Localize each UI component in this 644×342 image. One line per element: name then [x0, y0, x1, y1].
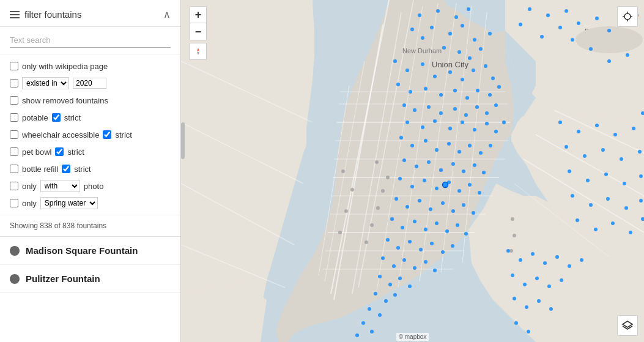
- svg-point-224: [375, 160, 379, 164]
- svg-point-121: [402, 158, 406, 162]
- svg-point-166: [378, 275, 382, 278]
- wheelchair-strict-checkbox[interactable]: [103, 130, 111, 139]
- svg-point-81: [461, 78, 464, 81]
- search-section: [0, 27, 180, 54]
- svg-point-209: [511, 273, 514, 277]
- springwater-select[interactable]: Spring water Tap water All: [40, 197, 98, 209]
- map-scrollbar[interactable]: [181, 122, 185, 159]
- photo-checkbox[interactable]: [10, 182, 18, 190]
- bottlerefill-checkbox[interactable]: [10, 165, 18, 173]
- svg-point-106: [448, 127, 452, 130]
- filter-title: filter fountains: [24, 9, 81, 20]
- wheelchair-strict-label: strict: [115, 130, 131, 139]
- svg-point-84: [491, 76, 495, 80]
- svg-point-163: [413, 266, 416, 270]
- petbowl-strict-checkbox[interactable]: [55, 147, 64, 156]
- fountain-dot: [10, 246, 20, 256]
- svg-point-212: [547, 284, 551, 288]
- show-removed-checkbox[interactable]: [10, 96, 18, 105]
- svg-point-136: [478, 191, 481, 195]
- layers-button[interactable]: [617, 315, 638, 336]
- map-container[interactable]: Union City New Durham Rikers Island: [181, 0, 644, 342]
- svg-point-205: [543, 261, 547, 265]
- photo-select[interactable]: with without: [40, 180, 80, 192]
- svg-point-148: [424, 228, 427, 231]
- petbowl-label: pet bowl: [22, 147, 51, 157]
- filters-section: only with wikipedia page existed in acti…: [0, 54, 180, 215]
- svg-point-226: [381, 189, 385, 193]
- bottlerefill-filter-row: bottle refill strict: [10, 162, 171, 176]
- wheelchair-checkbox[interactable]: [10, 130, 18, 139]
- svg-point-160: [381, 256, 385, 260]
- svg-point-89: [453, 89, 457, 92]
- svg-point-179: [577, 130, 580, 133]
- locate-button[interactable]: [617, 6, 638, 27]
- svg-point-111: [502, 121, 506, 124]
- svg-point-221: [350, 188, 354, 191]
- collapse-button[interactable]: ∧: [163, 9, 171, 20]
- existed-select[interactable]: existed in active in: [22, 77, 69, 89]
- svg-point-90: [465, 96, 469, 100]
- zoom-control: + −: [190, 6, 207, 60]
- petbowl-checkbox[interactable]: [10, 147, 18, 156]
- svg-point-172: [393, 293, 397, 297]
- svg-point-101: [485, 111, 489, 115]
- zoom-out-button[interactable]: −: [190, 23, 207, 40]
- existed-year-input[interactable]: [73, 78, 106, 89]
- svg-point-132: [435, 187, 439, 190]
- bottlerefill-strict-checkbox[interactable]: [62, 165, 70, 173]
- potable-filter-row: potable strict: [10, 111, 171, 124]
- svg-point-147: [413, 220, 416, 223]
- svg-point-91: [476, 89, 479, 92]
- filter-header: filter fountains ∧: [0, 0, 180, 27]
- svg-point-70: [519, 23, 522, 26]
- svg-point-47: [436, 9, 440, 13]
- svg-point-208: [580, 258, 583, 262]
- svg-text:New Durham: New Durham: [402, 47, 442, 54]
- svg-text:Union City: Union City: [432, 60, 468, 69]
- svg-point-220: [341, 169, 345, 173]
- svg-point-169: [408, 284, 412, 288]
- existed-checkbox[interactable]: [10, 79, 18, 87]
- svg-point-118: [468, 144, 472, 147]
- svg-point-63: [564, 9, 568, 13]
- svg-point-51: [448, 32, 452, 35]
- potable-checkbox[interactable]: [10, 113, 18, 122]
- potable-strict-label: strict: [64, 113, 81, 122]
- svg-point-64: [558, 26, 562, 29]
- svg-point-114: [424, 139, 427, 143]
- svg-point-117: [457, 150, 461, 154]
- search-input[interactable]: [10, 33, 171, 48]
- filter-title-group: filter fountains: [10, 9, 81, 20]
- svg-marker-238: [197, 48, 199, 51]
- svg-point-237: [443, 182, 448, 188]
- svg-point-97: [439, 111, 443, 115]
- svg-point-231: [513, 234, 516, 237]
- svg-point-119: [479, 151, 483, 155]
- list-item[interactable]: Madison Square Fountain: [0, 237, 180, 265]
- wheelchair-filter-row: wheelchair accessible strict: [10, 128, 171, 141]
- fountain-name: Pulitzer Fountain: [26, 273, 100, 284]
- svg-point-229: [365, 240, 368, 244]
- svg-point-142: [451, 209, 455, 213]
- svg-point-94: [402, 103, 406, 107]
- compass-button[interactable]: [190, 43, 207, 60]
- zoom-in-button[interactable]: +: [190, 6, 207, 23]
- svg-point-58: [468, 56, 472, 60]
- svg-point-66: [595, 17, 599, 20]
- potable-strict-checkbox[interactable]: [52, 113, 61, 122]
- svg-point-80: [448, 70, 452, 74]
- wikipedia-checkbox[interactable]: [10, 62, 18, 70]
- svg-point-192: [639, 174, 643, 178]
- svg-point-99: [464, 113, 468, 117]
- svg-point-161: [392, 264, 396, 268]
- svg-point-164: [424, 260, 427, 264]
- svg-point-105: [433, 119, 437, 123]
- svg-point-182: [632, 127, 635, 130]
- svg-point-126: [462, 169, 465, 173]
- svg-point-108: [473, 128, 476, 132]
- list-item[interactable]: Pulitzer Fountain: [0, 265, 180, 293]
- springwater-checkbox[interactable]: [10, 199, 18, 207]
- svg-point-55: [410, 28, 414, 31]
- svg-point-213: [560, 278, 563, 282]
